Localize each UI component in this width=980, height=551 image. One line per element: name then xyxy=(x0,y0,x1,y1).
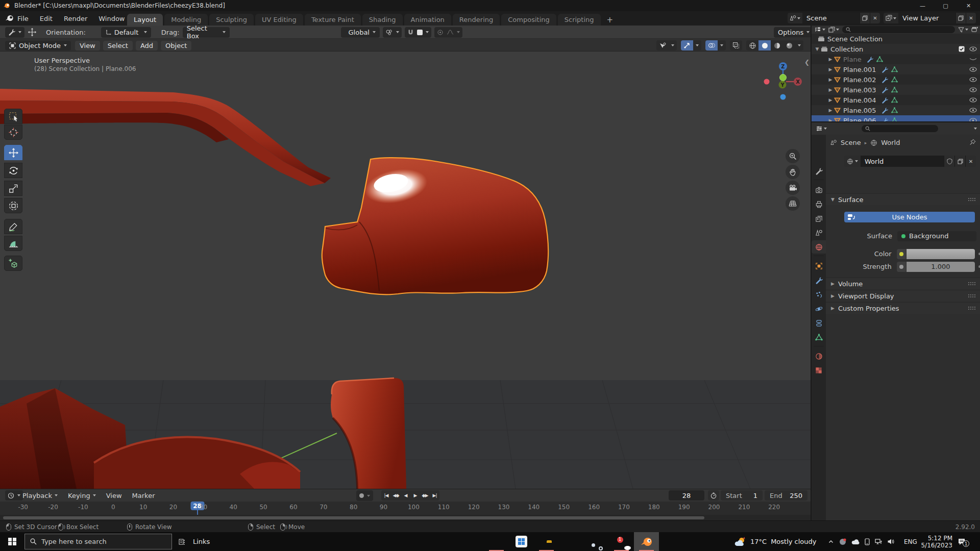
workspace-tab-texture-paint[interactable]: Texture Paint xyxy=(305,14,361,26)
workspace-tab-scripting[interactable]: Scripting xyxy=(558,14,601,26)
menu-window[interactable]: Window xyxy=(99,15,125,22)
tool-move-button[interactable] xyxy=(4,145,22,160)
panel-drag-grip[interactable] xyxy=(968,294,976,298)
eye-closed-icon[interactable] xyxy=(969,57,977,62)
jump-start-button[interactable]: |◀ xyxy=(381,490,391,500)
timeline-menu-view[interactable]: View xyxy=(106,492,122,499)
new-scene-button[interactable] xyxy=(860,13,870,23)
start-button[interactable] xyxy=(0,532,24,551)
outliner-row-scene-collection[interactable]: Scene Collection xyxy=(812,34,980,44)
collection-checkbox[interactable] xyxy=(959,46,965,52)
expand-arrow-icon[interactable]: ▶ xyxy=(827,118,834,121)
eye-icon[interactable] xyxy=(969,118,977,121)
orientation-dropdown[interactable]: Default xyxy=(101,27,151,38)
surface-panel-header[interactable]: ▼Surface xyxy=(826,193,980,205)
workspace-tab-sculpting[interactable]: Sculpting xyxy=(209,14,254,26)
properties-tab-modifiers[interactable] xyxy=(812,273,826,287)
navigation-gizmo[interactable]: Z X Y xyxy=(760,56,806,103)
tray-onedrive-icon[interactable] xyxy=(851,539,860,545)
show-overlays-toggle[interactable] xyxy=(705,40,718,51)
use-nodes-button[interactable]: Use Nodes xyxy=(844,212,975,222)
outliner-row-plane-004[interactable]: ▶Plane.004 xyxy=(812,95,980,105)
workspace-tab-layout[interactable]: Layout xyxy=(127,14,163,26)
workspace-tab-rendering[interactable]: Rendering xyxy=(453,14,500,26)
color-input-group[interactable] xyxy=(897,249,975,259)
taskbar-app-explorer[interactable] xyxy=(534,532,559,551)
tray-network-icon[interactable] xyxy=(875,538,882,545)
taskbar-app-steam[interactable] xyxy=(584,532,609,551)
panel-drag-grip[interactable] xyxy=(968,282,976,286)
magnet-icon[interactable] xyxy=(407,29,414,36)
xray-toggle[interactable] xyxy=(730,40,742,51)
copy-datablock-button[interactable] xyxy=(954,156,965,167)
tool-rotate-button[interactable] xyxy=(4,163,22,178)
maximize-button[interactable]: ▢ xyxy=(934,0,957,11)
viewport-menu-add[interactable]: Add xyxy=(136,41,158,51)
menu-edit[interactable]: Edit xyxy=(40,15,53,22)
object-red-strip[interactable] xyxy=(0,89,331,186)
collapse-arrow-icon[interactable]: ▼ xyxy=(814,46,821,52)
view-layer-selector[interactable]: View Layer ✕ xyxy=(884,13,976,23)
shading-wireframe-button[interactable] xyxy=(746,40,758,51)
taskbar-search[interactable] xyxy=(24,534,172,549)
browse-world-dropdown[interactable] xyxy=(844,156,861,167)
eye-icon[interactable] xyxy=(969,87,977,92)
world-name-field[interactable]: World xyxy=(861,156,944,167)
next-keyframe-button[interactable]: ◆▶ xyxy=(420,490,430,500)
prev-keyframe-button[interactable]: ◀◆ xyxy=(391,490,401,500)
properties-search[interactable] xyxy=(862,125,938,132)
tool-transform-button[interactable] xyxy=(4,198,22,213)
properties-options-icon[interactable] xyxy=(974,128,977,130)
play-button[interactable]: ▶ xyxy=(410,490,420,500)
proportional-editing-dropdown[interactable] xyxy=(434,27,462,38)
search-input[interactable] xyxy=(41,538,154,545)
workspace-tab-modeling[interactable]: Modeling xyxy=(164,14,208,26)
strength-slider[interactable]: 1.000 xyxy=(906,262,975,272)
color-swatch[interactable] xyxy=(906,249,975,259)
visibility-dropdown[interactable] xyxy=(656,40,677,51)
eye-icon[interactable] xyxy=(969,97,977,103)
outliner-row-collection[interactable]: ▼Collection xyxy=(812,44,980,54)
object-plane006-selected[interactable] xyxy=(322,158,548,294)
3d-viewport[interactable]: User Perspective (28) Scene Collection |… xyxy=(0,52,811,489)
gizmo-neg-z-axis[interactable] xyxy=(780,94,786,100)
panel-drag-grip[interactable] xyxy=(968,197,976,202)
outliner-row-plane-006[interactable]: ▶Plane.006 xyxy=(812,115,980,121)
zoom-button[interactable] xyxy=(786,149,800,163)
expand-arrow-icon[interactable]: ▶ xyxy=(827,77,834,82)
viewport-menu-select[interactable]: Select xyxy=(103,41,133,51)
view-layer-name-field[interactable]: View Layer xyxy=(898,13,955,23)
tool-cursor-button[interactable] xyxy=(4,124,22,140)
pin-icon[interactable] xyxy=(969,139,976,145)
properties-tab-view-layer[interactable] xyxy=(812,212,826,225)
shading-dropdown[interactable] xyxy=(795,40,803,51)
properties-tab-output[interactable] xyxy=(812,197,826,211)
timeline-editor-type-dropdown[interactable] xyxy=(5,490,23,500)
pan-button[interactable] xyxy=(786,165,800,179)
tool-annotate-button[interactable] xyxy=(4,219,22,234)
workspace-tab-animation[interactable]: Animation xyxy=(404,14,451,26)
delete-view-layer-button[interactable]: ✕ xyxy=(966,13,976,23)
show-gizmo-toggle[interactable] xyxy=(681,40,693,51)
tray-chevron-up-icon[interactable] xyxy=(828,539,834,545)
overlays-dropdown[interactable] xyxy=(718,40,726,51)
panel-header-volume[interactable]: ▶Volume xyxy=(826,278,980,289)
current-frame-field[interactable]: 28 xyxy=(669,490,704,500)
close-button[interactable]: ✕ xyxy=(957,0,980,11)
outliner-row-plane[interactable]: ▶Plane xyxy=(812,54,980,64)
taskbar-app-firefox[interactable] xyxy=(484,532,509,551)
transform-orientation-dropdown[interactable]: Global xyxy=(341,27,380,38)
breadcrumb-world[interactable]: World xyxy=(881,139,900,146)
shading-material-button[interactable] xyxy=(771,40,783,51)
properties-tab-constraints[interactable] xyxy=(812,316,826,330)
properties-tab-physics[interactable] xyxy=(812,302,826,315)
outliner-row-plane-005[interactable]: ▶Plane.005 xyxy=(812,105,980,115)
new-collection-button[interactable] xyxy=(971,27,978,33)
shading-solid-button[interactable] xyxy=(758,40,771,51)
properties-tab-object[interactable] xyxy=(812,259,826,272)
properties-tab-scene[interactable] xyxy=(812,226,826,239)
properties-editor-type-dropdown[interactable] xyxy=(816,126,827,132)
expand-arrow-icon[interactable]: ▶ xyxy=(827,57,834,62)
timeline-ruler[interactable]: 28 -30-20-100102030405060708090100110120… xyxy=(0,502,811,515)
taskbar-app-blender[interactable] xyxy=(634,532,659,551)
